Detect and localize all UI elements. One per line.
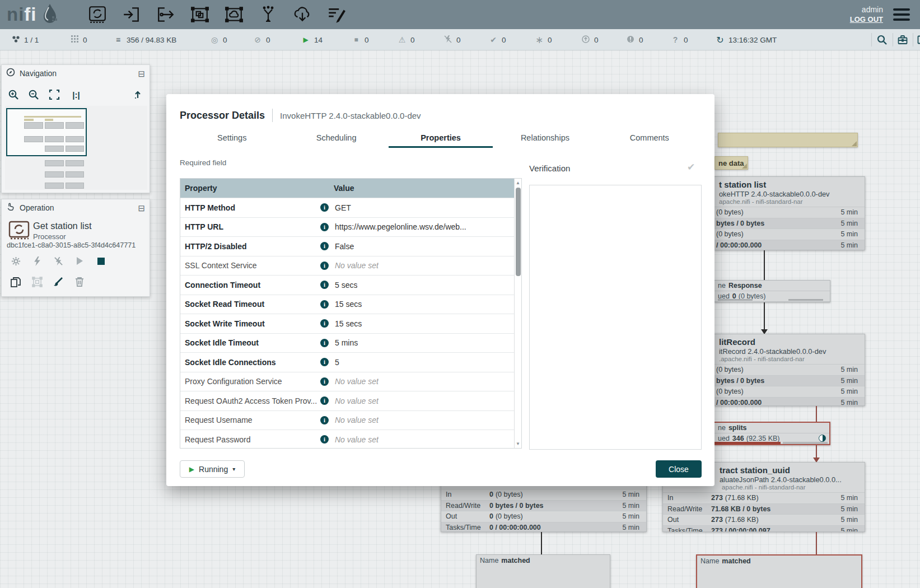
close-button[interactable]: Close — [656, 460, 702, 478]
table-row: Proxy Configuration ServiceiNo value set — [180, 372, 515, 391]
start-icon[interactable] — [70, 254, 89, 268]
info-icon[interactable]: i — [320, 281, 329, 289]
output-port-icon[interactable] — [156, 4, 176, 25]
connection-matched-left[interactable]: Namematched — [476, 554, 610, 588]
verification-title: Verification — [529, 164, 570, 173]
collapse-navigation-button[interactable]: ⊟ — [138, 69, 145, 78]
info-icon[interactable]: i — [320, 396, 329, 405]
threads-grid-icon — [70, 35, 79, 44]
up-to-date-icon: ✔ — [489, 35, 498, 44]
column-value: Value — [334, 184, 354, 193]
refresh-status[interactable]: ↻ 13:16:32 GMT — [716, 29, 777, 50]
funnel-icon[interactable] — [258, 4, 278, 25]
minimap-label — [24, 116, 81, 118]
info-icon[interactable]: i — [320, 319, 329, 328]
dialog-title: Processor Details — [180, 110, 265, 122]
enable-icon[interactable] — [27, 254, 46, 268]
zoom-out-button[interactable] — [27, 87, 40, 102]
navigation-panel: Navigation ⊟ |:| — [1, 64, 150, 193]
configure-icon[interactable] — [6, 254, 25, 268]
hand-pointer-icon — [6, 202, 15, 213]
status-invalid: ⚠ 0 — [398, 29, 415, 50]
table-header: Property Value — [180, 179, 515, 198]
required-field-hint: Required field — [180, 158, 226, 167]
zoom-fit-button[interactable] — [48, 87, 61, 102]
tab-settings[interactable]: Settings — [180, 129, 284, 148]
stat-row: / 00:00:00.0005 min — [714, 240, 865, 251]
info-icon[interactable]: i — [320, 262, 329, 270]
stat-row: Read/Write71.68 KB / 0 bytes5 min — [663, 503, 865, 515]
connection-line — [816, 445, 817, 459]
zoom-actual-size-button[interactable]: |:| — [69, 87, 83, 102]
tab-scheduling[interactable]: Scheduling — [284, 129, 388, 148]
canvas-label-bar[interactable] — [718, 133, 858, 147]
zoom-in-button[interactable] — [7, 87, 20, 102]
tab-properties[interactable]: Properties — [389, 129, 493, 148]
minimap-label — [45, 119, 53, 121]
logout-link[interactable]: LOG OUT — [850, 15, 883, 24]
navigation-title: Navigation — [20, 69, 57, 78]
title-divider — [272, 109, 273, 122]
info-icon[interactable]: i — [320, 377, 329, 386]
search-icon[interactable] — [876, 34, 888, 46]
scroll-up-icon[interactable]: ▲ — [515, 180, 521, 185]
toolbox-icon[interactable] — [896, 34, 909, 46]
color-icon[interactable] — [49, 274, 68, 289]
status-locally-modified: ∗ 0 — [535, 29, 552, 50]
delete-icon[interactable] — [70, 274, 89, 289]
minimap[interactable] — [5, 106, 147, 190]
scrollbar-thumb[interactable] — [516, 188, 521, 276]
flow-download-icon[interactable] — [292, 4, 312, 25]
group-icon[interactable] — [27, 274, 46, 289]
tab-comments[interactable]: Comments — [597, 129, 702, 148]
table-row: SSL Context ServiceiNo value set — [180, 256, 515, 276]
info-icon[interactable]: i — [320, 416, 329, 424]
run-state-dropdown[interactable]: ▶ Running ▾ — [180, 460, 245, 478]
tab-relationships[interactable]: Relationships — [493, 129, 597, 148]
copy-icon[interactable] — [6, 274, 25, 289]
info-icon[interactable]: i — [320, 242, 329, 250]
processor-icon[interactable] — [87, 4, 108, 25]
load-balance-icon — [819, 435, 826, 442]
remote-process-group-icon[interactable] — [224, 4, 244, 25]
input-port-icon[interactable] — [122, 4, 142, 25]
stat-row: In0(0 bytes)5 min — [441, 489, 646, 500]
processor-get-station-list[interactable]: t station list okeHTTP 2.4.0-stackable0.… — [714, 176, 865, 250]
connection-splits[interactable]: nesplits ued346(92.35 KB) — [714, 422, 830, 445]
status-connected-nodes: 1 / 1 — [11, 29, 39, 50]
table-row: Connection Timeouti5 secs — [180, 275, 515, 295]
collapse-operation-button[interactable]: ⊟ — [138, 204, 145, 212]
partial-icon[interactable] — [916, 34, 920, 46]
go-to-parent-button[interactable] — [132, 87, 144, 102]
status-stopped: ■ 0 — [352, 29, 369, 50]
stat-row: Read/Write0 bytes / 0 bytes5 min — [441, 500, 646, 511]
table-scrollbar[interactable]: ▲ ▼ — [514, 179, 521, 448]
info-icon[interactable]: i — [320, 339, 329, 347]
selected-component-id: dbc1fce1-c8a0-3015-a8c5-3f4d4c647771 — [7, 241, 136, 249]
info-icon[interactable]: i — [320, 223, 329, 231]
logo-text: ni — [7, 4, 24, 25]
connection-matched-right[interactable]: Namematched — [696, 554, 862, 588]
table-row: Socket Idle Timeouti5 mins — [180, 333, 515, 353]
connection-response[interactable]: neResponse ued0(0 bytes) — [714, 280, 830, 302]
minimap-node — [45, 160, 64, 166]
minimap-node — [66, 136, 84, 142]
queue-percent-bar — [718, 299, 753, 301]
minimap-node — [66, 122, 84, 129]
disable-icon[interactable] — [49, 254, 68, 268]
process-group-icon[interactable] — [190, 4, 210, 25]
table-row: Request OAuth2 Access Token Prov...iNo v… — [180, 391, 515, 410]
info-icon[interactable]: i — [320, 203, 329, 212]
stop-icon[interactable] — [91, 254, 110, 268]
scroll-down-icon[interactable]: ▼ — [515, 441, 521, 446]
global-menu-icon[interactable] — [893, 6, 910, 24]
processor-splitrecord[interactable]: litRecord itRecord 2.4.0-stackable0.0.0-… — [714, 334, 865, 406]
locally-modified-icon: ∗ — [535, 34, 544, 46]
info-icon[interactable]: i — [320, 358, 329, 366]
stat-row: (0 bytes)5 min — [714, 207, 865, 218]
info-icon[interactable]: i — [320, 435, 329, 444]
canvas-label-data[interactable]: ne data — [714, 156, 748, 170]
info-icon[interactable]: i — [320, 300, 329, 309]
processor-type: okeHTTP 2.4.0-stackable0.0.0-dev — [719, 190, 860, 198]
label-icon[interactable] — [326, 4, 347, 25]
